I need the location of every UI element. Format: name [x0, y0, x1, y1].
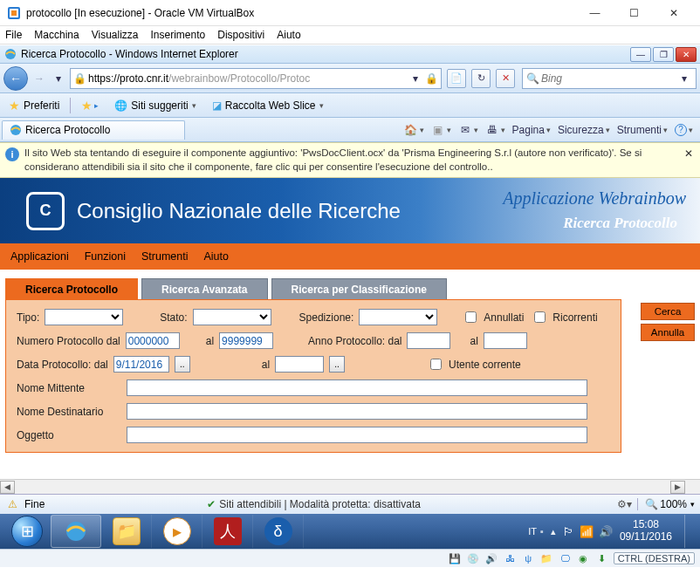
utente-corrente-checkbox[interactable]	[430, 359, 442, 370]
oggetto-input[interactable]	[127, 427, 587, 443]
volume-icon[interactable]: 🔊	[599, 525, 613, 538]
tools-menu[interactable]: Strumenti	[617, 124, 668, 136]
stato-select[interactable]	[193, 309, 271, 325]
numero-al-input[interactable]	[219, 332, 273, 349]
search-dropdown-button[interactable]: ▾	[676, 68, 692, 89]
tab-ricerca-protocollo[interactable]: Ricerca Protocollo	[5, 278, 138, 299]
menu-file[interactable]: File	[5, 29, 22, 41]
spedizione-select[interactable]	[359, 309, 437, 325]
web-slice-button[interactable]: ◪Raccolta Web Slice	[207, 98, 329, 113]
vb-cd-icon[interactable]: 💿	[467, 553, 480, 564]
taskbar-explorer[interactable]: 📁	[101, 515, 152, 548]
network-icon[interactable]: 📶	[580, 525, 594, 538]
ie-maximize-button[interactable]: ❐	[653, 47, 674, 62]
back-button[interactable]: ←	[3, 66, 28, 91]
menu-devices[interactable]: Dispositivi	[217, 29, 264, 41]
tipo-select[interactable]	[45, 309, 123, 325]
ricorrenti-checkbox[interactable]	[534, 311, 546, 323]
page-menu[interactable]: Pagina	[512, 124, 551, 136]
print-icon: 🖶	[485, 123, 499, 137]
history-dropdown-button[interactable]: ▾	[51, 68, 66, 89]
taskbar-ie[interactable]	[51, 515, 101, 548]
ie-minimize-button[interactable]: ―	[630, 47, 651, 62]
zoom-control[interactable]: 🔍 100% ▾	[637, 498, 695, 510]
menu-view[interactable]: Visualizza	[92, 29, 139, 41]
cancel-button[interactable]: Annulla	[641, 324, 695, 341]
vb-cpu-icon[interactable]: ⬇	[595, 553, 608, 564]
data-dal-input[interactable]	[113, 356, 169, 373]
start-orb-icon	[11, 516, 43, 547]
start-button[interactable]	[3, 515, 51, 548]
mail-button[interactable]: ✉	[458, 123, 478, 137]
destinatario-input[interactable]	[127, 403, 587, 420]
settings-icon[interactable]: ⚙▾	[617, 498, 632, 510]
vb-net-icon[interactable]: 🖧	[504, 553, 517, 564]
svg-point-5	[66, 522, 86, 541]
virtualbox-icon	[7, 6, 21, 20]
app-menu-applicazioni[interactable]: Applicazioni	[10, 250, 69, 263]
scroll-left-button[interactable]: ◀	[0, 481, 15, 494]
browser-tab[interactable]: Ricerca Protocollo	[2, 120, 185, 140]
numero-dal-input[interactable]	[126, 332, 180, 349]
flag-icon[interactable]: 🏳	[563, 525, 574, 538]
add-favorite-button[interactable]: ★▸	[76, 97, 104, 114]
info-text: Il sito Web sta tentando di eseguire il …	[24, 147, 642, 172]
language-indicator[interactable]: IT ▪	[528, 526, 544, 537]
tab-ricerca-classificazione[interactable]: Ricerca per Classificazione	[271, 278, 447, 299]
tab-ricerca-avanzata[interactable]: Ricerca Avanzata	[141, 278, 268, 299]
forward-button[interactable]: →	[31, 68, 47, 89]
app-menu-aiuto[interactable]: Aiuto	[203, 250, 229, 263]
horizontal-scrollbar[interactable]: ◀ ▶	[0, 479, 700, 494]
search-label: Cerca	[655, 306, 682, 317]
info-close-button[interactable]: ✕	[684, 147, 693, 161]
scroll-right-button[interactable]: ▶	[670, 481, 685, 494]
security-menu[interactable]: Sicurezza	[558, 124, 610, 136]
app-menu-funzioni[interactable]: Funzioni	[85, 250, 126, 263]
data-al-input[interactable]	[275, 356, 324, 373]
menu-input[interactable]: Inserimento	[151, 29, 206, 41]
tray-expand-button[interactable]: ▴	[551, 526, 556, 537]
activex-info-bar[interactable]: i Il sito Web sta tentando di eseguire i…	[0, 142, 700, 178]
ie-icon	[3, 47, 17, 61]
suggested-sites-button[interactable]: 🌐Siti suggeriti	[109, 98, 201, 113]
address-dropdown-button[interactable]: ▾	[408, 68, 423, 89]
vb-share-icon[interactable]: 📁	[540, 553, 553, 564]
ie-close-button[interactable]: ✕	[676, 47, 697, 62]
mittente-input[interactable]	[127, 379, 587, 396]
vb-audio-icon[interactable]: 🔊	[485, 553, 498, 564]
address-bar[interactable]: 🔒 https://proto.cnr.it/webrainbow/Protoc…	[70, 68, 442, 89]
vb-usb-icon[interactable]: ψ	[522, 553, 535, 564]
data-al-picker-button[interactable]: ..	[329, 356, 345, 373]
search-input[interactable]	[541, 72, 676, 85]
minimize-button[interactable]: ―	[575, 0, 614, 25]
anno-al-input[interactable]	[484, 332, 527, 349]
favorites-button[interactable]: ★Preferiti	[3, 97, 65, 114]
stop-button[interactable]: ✕	[496, 69, 515, 88]
menu-machine[interactable]: Macchina	[34, 29, 79, 41]
vb-hdd-icon[interactable]: 💾	[449, 553, 462, 564]
search-button[interactable]: Cerca	[641, 303, 695, 320]
compat-view-button[interactable]: 📄	[447, 69, 466, 88]
taskbar-media[interactable]: ▸	[152, 515, 202, 548]
app-menu-strumenti[interactable]: Strumenti	[141, 250, 189, 263]
print-button[interactable]: 🖶	[485, 123, 505, 137]
show-desktop-button[interactable]	[684, 515, 691, 548]
clock[interactable]: 15:08 09/11/2016	[620, 519, 677, 544]
vb-rec-icon[interactable]: ◉	[577, 553, 590, 564]
anno-dal-input[interactable]	[407, 332, 450, 349]
maximize-button[interactable]: ☐	[614, 0, 654, 25]
menu-help[interactable]: Aiuto	[277, 29, 300, 41]
ssl-lock-icon[interactable]: 🔒	[423, 72, 439, 85]
vb-display-icon[interactable]: 🖵	[559, 553, 572, 564]
data-dal-picker-button[interactable]: ..	[175, 356, 190, 373]
search-box[interactable]: 🔍 ▾	[522, 68, 697, 89]
annullati-checkbox[interactable]	[465, 311, 477, 323]
home-button[interactable]: 🏠	[404, 123, 424, 137]
refresh-button[interactable]: ↻	[471, 69, 491, 88]
help-button[interactable]: ?	[675, 124, 693, 136]
close-button[interactable]: ✕	[654, 0, 693, 25]
taskbar-delta[interactable]: δ	[253, 515, 304, 548]
taskbar-acrobat[interactable]: 人	[202, 515, 253, 548]
feeds-button[interactable]: ▣	[431, 123, 451, 137]
tab-label: Ricerca per Classificazione	[292, 284, 427, 296]
